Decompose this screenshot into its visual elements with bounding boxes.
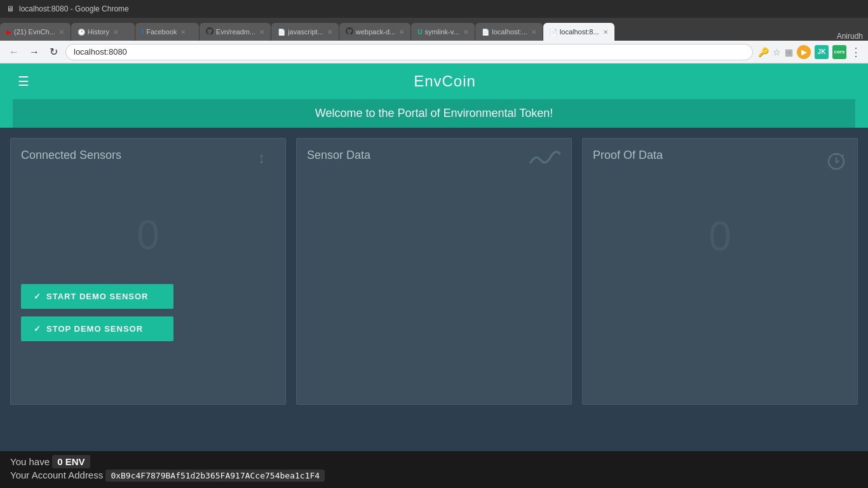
tab-localhost2[interactable]: 📄 localhost:8... ✕ [543,23,614,41]
welcome-message: Welcome to the Portal of Environmental T… [315,107,553,119]
localhost1-tab-label: localhost:... [492,28,527,36]
svg-line-7 [842,155,843,156]
webpack-tab-close[interactable]: ✕ [399,29,404,36]
tab-symlink[interactable]: U symlink-v... ✕ [411,23,475,41]
evncoin-tab-icon: ▶ [6,29,11,36]
sensor-data-card: Sensor Data [296,138,572,405]
browser-title: localhost:8080 - Google Chrome [19,4,129,13]
sensor-data-title: Sensor Data [307,149,370,162]
javascript-tab-close[interactable]: ✕ [327,29,332,36]
evncoin-tab-close[interactable]: ✕ [59,29,64,36]
proof-of-data-value: 0 [593,213,847,260]
webpack-tab-icon [346,27,353,36]
history-tab-icon: 🕐 [78,29,85,36]
localhost2-tab-icon: 📄 [550,29,557,36]
main-content: Connected Sensors ↕ 0 ✓ START DEMO SENSO… [0,128,868,415]
start-demo-label: START DEMO SENSOR [46,292,149,301]
address-input[interactable] [65,44,753,60]
github-evn-tab-label: Evn/readm... [216,28,255,36]
bookmark-icon[interactable]: ☆ [773,47,781,57]
facebook-tab-label: Facebook [146,28,177,36]
tab-webpack[interactable]: webpack-d... ✕ [339,23,410,41]
history-tab-label: History [88,28,109,36]
account-address-badge: 0xB9c4F7879BAf51d2b365FA917ACce754bea1c1… [105,470,325,482]
app-header: ☰ EnvCoin Welcome to the Portal of Envir… [0,64,868,128]
tab-evncoin[interactable]: ▶ (21) EvnCh... ✕ [0,23,71,41]
reload-button[interactable]: ↻ [47,44,60,59]
localhost1-tab-icon: 📄 [482,29,489,36]
facebook-tab-icon: f [142,29,144,36]
connected-sensors-value: 0 [21,212,275,259]
address-bar-row: ← → ↻ 🔑 ☆ ▦ ▶ JK cors ⋮ [0,41,868,64]
evncoin-tab-label: (21) EvnCh... [14,28,55,36]
tab-facebook[interactable]: f Facebook ✕ [135,23,199,41]
tab-bar: ▶ (21) EvnCh... ✕ 🕐 History ✕ f Facebook… [0,18,868,41]
toolbar-icons: 🔑 ☆ ▦ ▶ JK cors ⋮ [758,45,862,59]
forward-button[interactable]: → [27,45,42,59]
balance-row: You have 0 ENV [10,456,858,467]
stop-demo-label: STOP DEMO SENSOR [46,324,143,334]
connected-sensors-header: Connected Sensors ↕ [21,149,275,173]
history-tab-close[interactable]: ✕ [113,29,118,36]
cors-icon[interactable]: cors [832,45,846,59]
user-profile-area: Anirudh [832,32,868,41]
javascript-tab-icon: 📄 [278,29,285,36]
stop-demo-checkmark-icon: ✓ [34,324,41,334]
menu-icon[interactable]: ⋮ [850,45,862,59]
symlink-tab-close[interactable]: ✕ [463,29,468,36]
back-button[interactable]: ← [6,45,22,59]
connected-sensors-icon: ↕ [257,149,275,173]
sensor-data-icon [529,149,561,173]
start-demo-checkmark-icon: ✓ [34,292,41,301]
address-row: Your Account Address 0xB9c4F7879BAf51d2b… [10,470,858,480]
symlink-tab-label: symlink-v... [424,28,459,36]
balance-label: You have [10,456,50,467]
play-icon[interactable]: ▶ [797,45,811,59]
javascript-tab-label: javascript... [288,28,323,36]
app-title: EnvCoin [34,72,855,90]
tab-spacer [615,23,832,41]
facebook-tab-close[interactable]: ✕ [180,29,186,36]
proof-of-data-card: Proof Of Data 0 [582,138,858,405]
svg-text:↕: ↕ [257,149,266,166]
browser-favicon: 🖥 [6,4,14,13]
app-navbar: ☰ EnvCoin [13,64,855,99]
user-name-label: Anirudh [837,32,863,41]
proof-of-data-header: Proof Of Data [593,149,847,175]
jk-icon[interactable]: JK [815,45,829,59]
env-balance-badge: 0 ENV [52,455,90,468]
localhost2-tab-label: localhost:8... [560,28,599,36]
github-evn-tab-icon [206,27,214,36]
github-evn-tab-close[interactable]: ✕ [259,29,264,36]
tab-javascript[interactable]: 📄 javascript... ✕ [271,23,339,41]
webpack-tab-label: webpack-d... [356,28,395,36]
tab-history[interactable]: 🕐 History ✕ [71,23,135,41]
connected-sensors-title: Connected Sensors [21,149,121,162]
address-label: Your Account Address [10,470,103,480]
grid-icon[interactable]: ▦ [785,47,793,57]
welcome-bar: Welcome to the Portal of Environmental T… [13,99,855,128]
proof-of-data-title: Proof Of Data [593,149,663,162]
sensor-data-header: Sensor Data [307,149,561,173]
hamburger-menu[interactable]: ☰ [13,71,34,92]
connected-sensors-card: Connected Sensors ↕ 0 ✓ START DEMO SENSO… [10,138,286,405]
start-demo-sensor-button[interactable]: ✓ START DEMO SENSOR [21,284,173,309]
symlink-tab-icon: U [417,29,422,36]
localhost2-tab-close[interactable]: ✕ [603,29,608,36]
tab-github-evn[interactable]: Evn/readm... ✕ [200,23,271,41]
localhost1-tab-close[interactable]: ✕ [531,29,536,36]
stop-demo-sensor-button[interactable]: ✓ STOP DEMO SENSOR [21,316,173,341]
connected-sensors-actions: ✓ START DEMO SENSOR ✓ STOP DEMO SENSOR [21,284,275,341]
tab-localhost1[interactable]: 📄 localhost:... ✕ [475,23,543,41]
key-icon: 🔑 [758,47,769,57]
footer-bar: You have 0 ENV Your Account Address 0xB9… [0,451,868,488]
proof-of-data-icon [825,149,847,175]
